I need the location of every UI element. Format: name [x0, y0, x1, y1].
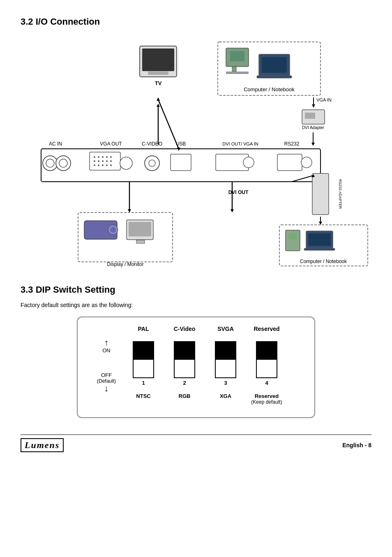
svg-rect-53 [312, 173, 329, 215]
c-video-label: C-VIDEO [142, 141, 162, 147]
io-title: 3.2 I/O Connection [21, 16, 371, 27]
dip-main: ↑ ON OFF (Default) ↓ [90, 334, 302, 393]
rs232-adapter-label: RS232 ADAPTER [338, 179, 342, 209]
switch-1-num: 1 [142, 380, 145, 386]
dip-bottom-label-2: RGB [164, 393, 205, 405]
dip-switch-4: 4 [246, 341, 287, 386]
io-connection-section: 3.2 I/O Connection TV Computer / Noteboo… [21, 16, 371, 268]
io-diagram: TV Computer / Notebook VGA IN DVI Adapte… [21, 34, 374, 268]
off-label: OFF [101, 372, 112, 378]
off-indicator: OFF (Default) ↓ [97, 372, 116, 393]
svg-rect-63 [129, 222, 151, 236]
svg-point-28 [94, 160, 95, 162]
svg-rect-2 [148, 72, 168, 75]
svg-rect-41 [171, 154, 191, 171]
svg-marker-49 [157, 97, 160, 101]
dip-top-label-3: SVGA [205, 326, 246, 332]
svg-rect-9 [262, 57, 287, 73]
svg-point-30 [102, 160, 104, 162]
svg-marker-47 [128, 209, 131, 213]
svg-point-27 [110, 156, 112, 158]
svg-point-40 [149, 160, 155, 166]
svg-point-29 [98, 160, 99, 162]
svg-point-24 [98, 156, 99, 158]
svg-rect-1 [142, 49, 174, 71]
computer-notebook-bottom-label: Computer / Notebook [300, 259, 347, 264]
vga-in-label: VGA IN [316, 97, 332, 102]
switch-2-num: 2 [183, 380, 186, 386]
svg-marker-12 [312, 104, 315, 108]
svg-rect-10 [257, 76, 292, 78]
svg-point-61 [110, 227, 116, 233]
svg-rect-64 [136, 240, 145, 243]
svg-point-21 [59, 159, 67, 167]
svg-point-32 [110, 160, 112, 162]
svg-point-33 [94, 164, 95, 166]
on-label: ON [102, 347, 111, 354]
dip-top-label-2: C-Video [164, 326, 205, 332]
ac-in-label: AC IN [49, 141, 62, 147]
svg-point-37 [110, 164, 112, 166]
lumens-logo: Lumens [21, 438, 64, 452]
page-number: English - 8 [342, 442, 371, 448]
tv-label: TV [155, 80, 162, 86]
svg-rect-67 [288, 233, 297, 239]
svg-rect-14 [305, 113, 315, 119]
computer-notebook-top-label: Computer / Notebook [244, 86, 295, 92]
dip-bottom-labels: NTSC RGB XGA Reserved (Keep default) [123, 393, 302, 405]
dip-top-label-4: Reserved [246, 326, 287, 332]
svg-point-25 [102, 156, 104, 158]
switch-4-num: 4 [265, 380, 268, 386]
svg-point-38 [120, 157, 132, 169]
svg-rect-44 [277, 154, 302, 171]
dvi-out-vga-in-label: DVI OUT/ VGA IN [222, 141, 258, 146]
svg-marker-57 [319, 222, 322, 225]
dip-bottom-label-3: XGA [205, 393, 246, 405]
svg-point-43 [243, 157, 254, 168]
dip-title: 3.3 DIP Switch Setting [21, 284, 371, 295]
svg-rect-70 [304, 248, 335, 250]
dip-intro: Factory default settings are as the foll… [21, 302, 371, 308]
svg-point-31 [106, 160, 108, 162]
rs232-label: RS232 [284, 141, 300, 147]
dip-switch-2: 2 [164, 341, 205, 386]
display-monitor-label: Display / Monitor [107, 261, 143, 267]
svg-point-35 [102, 164, 104, 166]
svg-marker-52 [231, 209, 234, 213]
svg-point-26 [106, 156, 108, 158]
svg-rect-5 [230, 51, 244, 61]
dip-bottom-label-4: Reserved (Keep default) [246, 393, 287, 405]
switch-3-body [215, 341, 236, 378]
svg-rect-69 [308, 233, 331, 246]
dip-switch-section: 3.3 DIP Switch Setting Factory default s… [21, 284, 371, 418]
svg-point-34 [98, 164, 99, 166]
dip-box: PAL C-Video SVGA Reserved ↑ ON OFF (Defa… [77, 317, 315, 418]
dvi-out-label: DVI OUT [228, 190, 249, 195]
arrow-up-icon: ↑ [104, 338, 109, 347]
svg-point-36 [106, 164, 108, 166]
dip-top-labels: PAL C-Video SVGA Reserved [123, 326, 302, 332]
switch-1-body [133, 341, 154, 378]
svg-point-19 [46, 159, 54, 167]
dip-side-labels: ↑ ON OFF (Default) ↓ [90, 334, 123, 393]
svg-marker-72 [157, 104, 160, 107]
dvi-adapter-label: DVI Adapter [302, 125, 325, 130]
dip-switch-1: 1 [123, 341, 164, 386]
io-diagram-svg: TV Computer / Notebook VGA IN DVI Adapte… [21, 34, 374, 268]
svg-point-45 [301, 157, 312, 168]
switch-2-body [174, 341, 195, 378]
dip-switch-3: 3 [205, 341, 246, 386]
svg-rect-7 [226, 72, 249, 74]
svg-point-23 [94, 156, 95, 158]
footer: Lumens English - 8 [21, 435, 371, 452]
switch-3-num: 3 [224, 380, 227, 386]
dip-top-label-1: PAL [123, 326, 164, 332]
svg-rect-6 [232, 67, 236, 72]
dip-switches: 1 2 3 [123, 341, 287, 386]
arrow-down-icon: ↓ [104, 384, 108, 393]
switch-4-body [256, 341, 277, 378]
svg-marker-16 [311, 143, 315, 146]
dip-bottom-label-1: NTSC [123, 393, 164, 405]
vga-out-label: VGA OUT [100, 141, 122, 147]
on-indicator: ↑ ON [102, 338, 111, 354]
